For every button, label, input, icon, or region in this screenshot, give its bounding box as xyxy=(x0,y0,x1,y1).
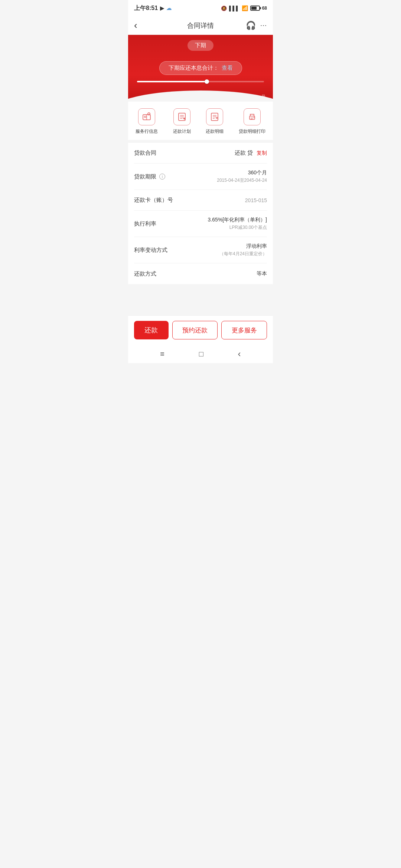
back-button[interactable]: ‹ xyxy=(134,20,137,31)
battery-level: 68 xyxy=(262,6,267,11)
nav-right: 🎧 ··· xyxy=(245,21,267,30)
label-card: 还款卡（账）号 xyxy=(134,197,173,204)
next-period-label: 下期 xyxy=(188,40,213,51)
value-rate: 3.65%[年化利率（单利）] xyxy=(208,217,267,223)
nav-left: ‹ xyxy=(134,20,156,31)
value-period-wrap: 360个月 2015-04-24至2045-04-24 xyxy=(217,170,267,184)
value-rate-sub: LPR减30.00个基点 xyxy=(208,224,267,231)
value-repay-method: 等本 xyxy=(257,270,267,277)
next-amount-pill: 下期应还本息合计： 查看 xyxy=(159,61,242,75)
page-title: 合同详情 xyxy=(156,21,245,30)
bottom-spacer xyxy=(128,293,273,315)
print-detail-label: 贷款明细打印 xyxy=(239,128,265,135)
bottom-buttons: 还款 预约还款 更多服务 xyxy=(128,315,273,345)
battery-icon xyxy=(250,6,260,11)
svg-rect-1 xyxy=(144,116,146,118)
svg-point-15 xyxy=(254,117,254,118)
repay-plan-label: 还款计划 xyxy=(173,128,191,135)
status-left: 上午8:51 ▶ ☁ xyxy=(134,4,172,12)
signal-icon: ▌▌▌ xyxy=(229,6,239,11)
next-amount-text: 下期应还本息合计： xyxy=(169,65,219,72)
action-service-branch[interactable]: 服务行信息 xyxy=(136,108,158,135)
mute-icon: 🔕 xyxy=(221,6,227,11)
wifi-icon: 📶 xyxy=(242,5,248,11)
detail-row-rate: 执行利率 3.65%[年化利率（单利）] LPR减30.00个基点 xyxy=(134,211,267,237)
battery-fill xyxy=(251,7,257,10)
action-print-detail[interactable]: 贷款明细打印 xyxy=(239,108,265,135)
label-repay-method: 还款方式 xyxy=(134,270,156,277)
quick-actions: 服务行信息 还款计划 还款明细 xyxy=(128,102,273,140)
more-services-button[interactable]: 更多服务 xyxy=(221,321,267,339)
print-detail-icon xyxy=(247,112,257,122)
detail-row-rate-type: 利率变动方式 浮动利率 （每年4月24日重定价） xyxy=(134,237,267,263)
value-card: 2015-015 xyxy=(245,197,267,203)
value-rate-type-sub: （每年4月24日重定价） xyxy=(219,251,267,257)
notification-icon: ▶ xyxy=(160,5,164,11)
repay-plan-icon-wrap xyxy=(173,108,190,125)
menu-nav-button[interactable]: ≡ xyxy=(157,347,167,361)
home-nav-button[interactable]: □ xyxy=(196,347,206,361)
value-period-sub: 2015-04-24至2045-04-24 xyxy=(217,177,267,184)
content-spacer xyxy=(128,284,273,293)
print-detail-icon-wrap xyxy=(244,108,261,125)
status-bar: 上午8:51 ▶ ☁ 🔕 ▌▌▌ 📶 68 xyxy=(128,0,273,16)
value-period: 360个月 xyxy=(217,170,267,176)
repay-button[interactable]: 还款 xyxy=(134,321,169,339)
detail-list: 贷款合同 还款 贷 复制 贷款期限 i 360个月 2015-04-24至204… xyxy=(128,143,273,284)
value-card-wrap: 2015-015 xyxy=(245,197,267,203)
system-nav-bar: ≡ □ ‹ xyxy=(128,345,273,363)
scheduled-repay-button[interactable]: 预约还款 xyxy=(172,321,218,339)
action-repay-detail[interactable]: 还款明细 xyxy=(206,108,224,135)
progress-track xyxy=(137,81,264,82)
label-rate-type: 利率变动方式 xyxy=(134,247,167,254)
back-nav-button[interactable]: ‹ xyxy=(235,346,244,362)
value-rate-type-wrap: 浮动利率 （每年4月24日重定价） xyxy=(219,243,267,257)
nav-bar: ‹ 合同详情 🎧 ··· xyxy=(128,16,273,35)
detail-row-card: 还款卡（账）号 2015-015 xyxy=(134,190,267,211)
value-rate-type: 浮动利率 xyxy=(219,243,267,250)
repay-detail-icon-wrap xyxy=(206,108,223,125)
detail-row-contract: 贷款合同 还款 贷 复制 xyxy=(134,143,267,164)
hero-banner: 下期 下期应还本息合计： 查看 Indes最 xyxy=(128,35,273,102)
service-branch-icon xyxy=(141,112,152,122)
copy-button[interactable]: 复制 xyxy=(257,150,267,157)
service-branch-icon-wrap xyxy=(138,108,155,125)
action-repay-plan[interactable]: 还款计划 xyxy=(173,108,191,135)
next-amount-row: 下期应还本息合计： 查看 xyxy=(136,61,265,75)
status-right: 🔕 ▌▌▌ 📶 68 xyxy=(221,5,267,11)
contract-extra: 贷 xyxy=(247,149,253,157)
status-time: 上午8:51 xyxy=(134,4,158,12)
repay-detail-icon xyxy=(209,112,220,122)
label-contract: 贷款合同 xyxy=(134,149,156,157)
repay-detail-label: 还款明细 xyxy=(206,128,224,135)
detail-row-period: 贷款期限 i 360个月 2015-04-24至2045-04-24 xyxy=(134,164,267,190)
service-branch-label: 服务行信息 xyxy=(136,128,158,135)
media-icon: ☁ xyxy=(166,5,172,11)
more-button[interactable]: ··· xyxy=(260,22,267,29)
period-info-icon[interactable]: i xyxy=(159,174,165,180)
look-link[interactable]: 查看 xyxy=(222,65,233,72)
repay-plan-icon xyxy=(177,112,187,122)
help-button[interactable]: 🎧 xyxy=(246,21,256,30)
progress-thumb xyxy=(205,79,209,84)
label-period: 贷款期限 i xyxy=(134,173,165,180)
value-repay-method-wrap: 等本 xyxy=(257,270,267,277)
value-contract: 还款 xyxy=(235,149,246,157)
progress-fill xyxy=(137,81,207,82)
label-rate: 执行利率 xyxy=(134,220,156,227)
progress-label: Indes最 xyxy=(251,94,265,99)
value-rate-wrap: 3.65%[年化利率（单利）] LPR减30.00个基点 xyxy=(208,217,267,231)
detail-row-repay-method: 还款方式 等本 xyxy=(134,263,267,284)
